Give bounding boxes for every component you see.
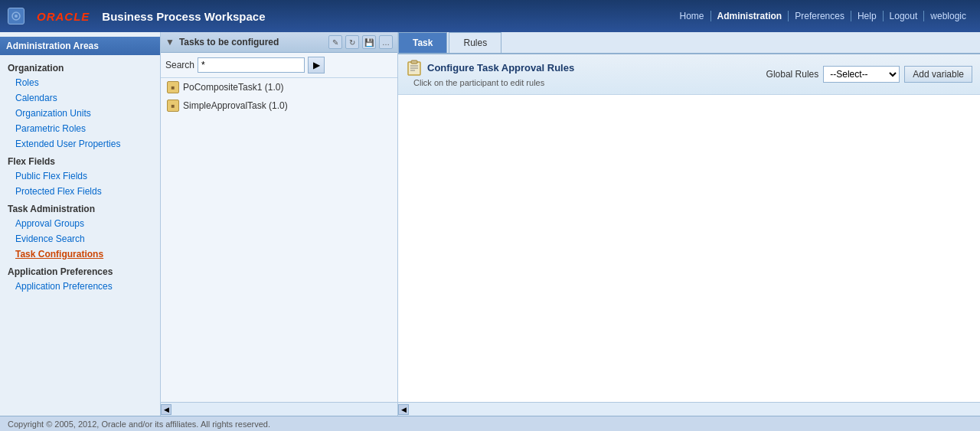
search-bar: Search ▶ [161,53,397,78]
global-rules-label: Global Rules [766,69,819,80]
sidebar: Administration Areas Organization Roles … [0,32,161,416]
configure-title: Configure Task Approval Rules [406,59,574,76]
logout-link[interactable]: Logout [884,11,925,21]
sidebar-title: Administration Areas [0,37,160,55]
app-title: Business Process Workspace [102,10,265,23]
home-link[interactable]: Home [674,11,711,21]
save-icon[interactable]: 💾 [362,35,376,49]
configure-header: Configure Task Approval Rules Click on t… [398,54,980,95]
app-header: ORACLE Business Process Workspace Home A… [0,0,980,32]
configure-subtitle: Click on the participant to edit rules [406,76,574,90]
preferences-link[interactable]: Preferences [789,11,851,21]
svg-rect-3 [411,60,417,64]
search-label: Search [165,60,194,70]
sidebar-item-extended-user-props[interactable]: Extended User Properties [0,136,160,152]
nav-links: Home Administration Preferences Help Log… [674,11,972,21]
flow-scroll-left[interactable]: ◀ [398,404,409,415]
copyright-text: Copyright © 2005, 2012, Oracle and/or it… [8,420,270,429]
sidebar-item-app-preferences[interactable]: Application Preferences [0,279,160,294]
sidebar-item-approval-groups[interactable]: Approval Groups [0,216,160,231]
more-icon[interactable]: … [379,35,393,49]
tab-rules[interactable]: Rules [449,32,501,53]
edit-icon[interactable]: ✎ [328,35,342,49]
scroll-left-btn[interactable]: ◀ [161,404,172,415]
sidebar-item-task-configurations[interactable]: Task Configurations [0,247,160,262]
svg-point-1 [15,15,18,18]
middle-panel: ▼ Tasks to be configured ✎ ↻ 💾 … Search … [161,32,398,416]
configure-title-text: Configure Task Approval Rules [427,62,574,73]
search-input[interactable] [198,57,305,73]
main-layout: Administration Areas Organization Roles … [0,32,980,416]
task-icon: ■ [167,81,179,93]
configure-icon [406,59,423,76]
sidebar-section-organization: Organization [0,58,160,75]
sidebar-item-protected-flex[interactable]: Protected Flex Fields [0,184,160,199]
list-item[interactable]: ■ SimpleApprovalTask (1.0) [161,96,397,115]
sidebar-item-public-flex[interactable]: Public Flex Fields [0,168,160,184]
right-panel: Task Rules Configure Task Approval Rules [398,32,980,416]
flow-canvas: Header Participant1 [398,95,980,416]
search-button[interactable]: ▶ [308,57,325,73]
footer: Copyright © 2005, 2012, Oracle and/or it… [0,416,980,431]
flow-scrollbar: ◀ [398,402,980,416]
oracle-logo: ORACLE [37,10,90,23]
weblogic-link[interactable]: weblogic [924,11,972,21]
list-item[interactable]: ■ PoCompositeTask1 (1.0) [161,78,397,96]
task-list: ■ PoCompositeTask1 (1.0) ■ SimpleApprova… [161,78,397,115]
add-variable-button[interactable]: Add variable [904,66,972,83]
sidebar-section-app-prefs: Application Preferences [0,262,160,279]
sidebar-item-roles[interactable]: Roles [0,75,160,90]
global-rules-select[interactable]: --Select-- [823,66,900,83]
logo-area: ORACLE Business Process Workspace [8,8,266,24]
oracle-nav-icon [8,8,24,24]
help-link[interactable]: Help [851,11,884,21]
middle-header: ▼ Tasks to be configured ✎ ↻ 💾 … [161,32,397,53]
sidebar-item-calendars[interactable]: Calendars [0,90,160,106]
sidebar-item-evidence-search[interactable]: Evidence Search [0,231,160,247]
middle-header-title: Tasks to be configured [179,37,325,47]
sidebar-item-parametric-roles[interactable]: Parametric Roles [0,121,160,136]
flow-area: Header Participant1 [398,95,980,416]
sidebar-section-flex-fields: Flex Fields [0,152,160,168]
task-icon: ■ [167,100,179,112]
sidebar-item-org-units[interactable]: Organization Units [0,106,160,121]
global-rules-area: Global Rules --Select-- Add variable [766,66,972,83]
administration-link[interactable]: Administration [711,11,789,21]
sidebar-section-task-admin: Task Administration [0,199,160,216]
tabs-bar: Task Rules [398,32,980,54]
tab-task[interactable]: Task [398,32,447,53]
refresh-icon[interactable]: ↻ [345,35,359,49]
